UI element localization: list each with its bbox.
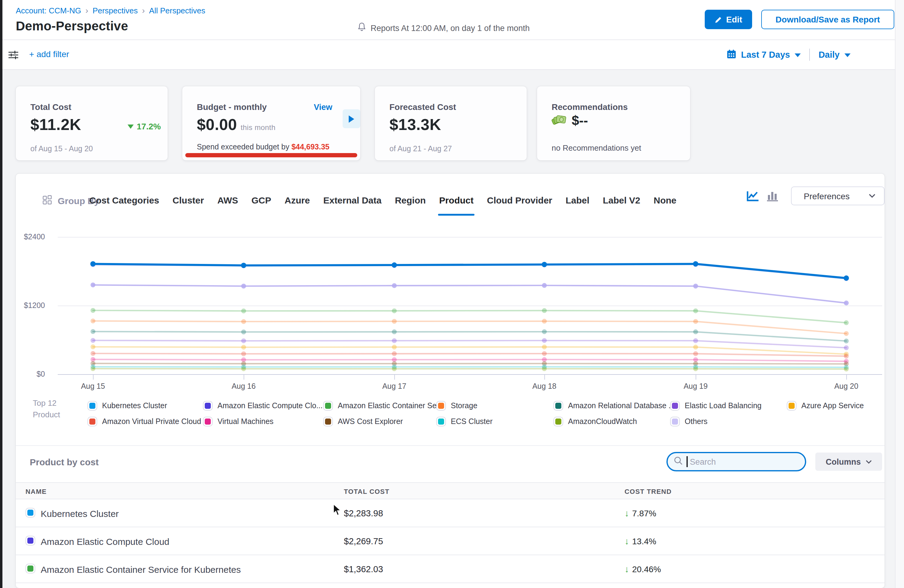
legend-item-ecs-cluster[interactable]: ECS Cluster	[436, 417, 493, 427]
reports-schedule: Reports At 12:00 AM, on day 1 of the mon…	[357, 22, 530, 34]
budget-view-link[interactable]: View	[314, 103, 332, 112]
legend-item-amazon-elastic-compute-clo[interactable]: Amazon Elastic Compute Clo...	[203, 401, 322, 411]
trend-down-arrow-icon: ↓	[624, 564, 629, 574]
x-tick-label: Aug 19	[674, 382, 717, 390]
preferences-dropdown[interactable]: Preferences	[791, 187, 885, 205]
legend-item-amazoncloudwatch[interactable]: AmazonCloudWatch	[553, 417, 637, 427]
table-row-amazon-elastic-container-service-for-kubernetes[interactable]: Amazon Elastic Container Service for Kub…	[16, 555, 885, 583]
trend-percent: 13.4%	[632, 536, 656, 546]
data-point-elastic-load-balancing	[693, 338, 698, 343]
data-point-storage	[392, 319, 397, 324]
breadcrumb-separator: ›	[85, 5, 88, 15]
y-tick-label: $0	[8, 370, 45, 378]
data-point-elastic-load-balancing	[90, 338, 95, 343]
recommendations-note: no Recommendations yet	[552, 143, 641, 152]
budget-progress-bar	[185, 153, 357, 157]
table-header-row: NAME TOTAL COST COST TREND	[16, 482, 885, 499]
legend-item-storage[interactable]: Storage	[436, 401, 477, 411]
data-point-elastic-load-balancing	[241, 338, 246, 343]
columns-dropdown[interactable]: Columns	[815, 452, 882, 471]
legend-item-elastic-load-balancing[interactable]: Elastic Load Balancing	[670, 401, 762, 411]
recommendations-value: $--	[572, 113, 588, 129]
row-color-swatch	[25, 508, 35, 517]
card-title: Forecasted Cost	[389, 102, 456, 112]
breadcrumb-all-perspectives[interactable]: All Perspectives	[149, 6, 205, 15]
breadcrumb-account[interactable]: Account: CCM-NG	[16, 6, 81, 15]
granularity-selector[interactable]: Daily	[819, 50, 839, 60]
legend-label: Amazon Relational Database ...	[568, 401, 675, 410]
text-caret	[686, 456, 687, 467]
column-header-total-cost[interactable]: TOTAL COST	[344, 488, 389, 495]
date-range-selector[interactable]: Last 7 Days	[741, 50, 790, 60]
search-input[interactable]	[690, 457, 793, 466]
legend-label: Kubernetes Cluster	[102, 401, 167, 410]
data-point-azure-app-service	[90, 345, 95, 349]
line-chart-toggle-icon[interactable]	[747, 191, 759, 204]
legend-label: Amazon Elastic Compute Clo...	[218, 401, 322, 410]
legend-item-kubernetes-cluster[interactable]: Kubernetes Cluster	[87, 401, 167, 411]
edit-button[interactable]: Edit	[705, 10, 752, 29]
tab-product[interactable]: Product	[439, 195, 474, 212]
table-row-kubernetes-cluster[interactable]: Kubernetes Cluster$2,283.98↓7.87%	[16, 499, 885, 527]
chevron-down-icon	[866, 460, 872, 464]
legend-label: ECS Cluster	[451, 417, 493, 426]
download-save-report-button[interactable]: Download/Save as Report	[761, 10, 894, 29]
bar-chart-toggle-icon[interactable]	[767, 191, 778, 204]
chevron-down-icon[interactable]	[844, 54, 850, 57]
total-cost-value: $11.2K	[30, 115, 81, 134]
data-point-amazon-relational-database-service	[241, 330, 246, 334]
total-cost-value: $2,283.98	[344, 509, 383, 518]
tab-region[interactable]: Region	[395, 195, 426, 212]
tab-cost-categories[interactable]: Cost Categories	[89, 195, 159, 212]
data-point-amazoncloudwatch	[542, 366, 547, 371]
legend-item-amazon-elastic-container-se[interactable]: Amazon Elastic Container Se...	[323, 401, 443, 411]
tab-external-data[interactable]: External Data	[323, 195, 381, 212]
data-point-storage	[542, 319, 547, 324]
data-point-amazon-virtual-private-cloud	[844, 354, 849, 359]
legend-item-aws-cost-explorer[interactable]: AWS Cost Explorer	[323, 417, 403, 427]
legend-swatch	[787, 401, 797, 411]
tab-label-v2[interactable]: Label V2	[603, 195, 640, 212]
budget-expand-button[interactable]	[343, 109, 360, 128]
breadcrumb-separator: ›	[142, 5, 145, 15]
legend-item-others[interactable]: Others	[670, 417, 708, 427]
legend-swatch	[203, 417, 213, 427]
search-box	[667, 452, 806, 471]
column-header-cost-trend[interactable]: COST TREND	[624, 488, 672, 495]
legend-item-amazon-virtual-private-cloud[interactable]: Amazon Virtual Private Cloud	[87, 417, 201, 427]
data-point-amazon-elastic-container-service-for-kubernetes	[693, 308, 698, 313]
filter-sliders-icon[interactable]	[8, 51, 18, 62]
tab-label[interactable]: Label	[566, 195, 589, 212]
data-point-storage	[844, 331, 849, 336]
legend-item-amazon-relational-database[interactable]: Amazon Relational Database ...	[553, 401, 675, 411]
data-point-amazon-relational-database-service	[542, 329, 547, 334]
chevron-down-icon[interactable]	[795, 54, 801, 57]
scrollbar-track[interactable]	[895, 0, 904, 588]
legend-swatch	[323, 417, 333, 427]
tab-gcp[interactable]: GCP	[251, 195, 271, 212]
add-filter-link[interactable]: + add filter	[29, 49, 69, 59]
tab-azure[interactable]: Azure	[284, 195, 310, 212]
page-title: Demo-Perspective	[16, 19, 128, 33]
forecast-card: Forecasted Cost $13.3K of Aug 21 - Aug 2…	[375, 86, 527, 160]
column-header-name[interactable]: NAME	[25, 488, 47, 495]
card-title: Budget - monthly	[197, 102, 267, 112]
triangle-down-icon	[128, 124, 134, 128]
group-by-tabs: Cost CategoriesClusterAWSGCPAzureExterna…	[89, 195, 676, 212]
legend-item-azure-app-service[interactable]: Azure App Service	[787, 401, 864, 411]
tab-none[interactable]: None	[654, 195, 676, 212]
trend-down-arrow-icon: ↓	[624, 536, 629, 546]
row-color-swatch	[25, 536, 35, 545]
tab-aws[interactable]: AWS	[217, 195, 238, 212]
table-row-amazon-elastic-compute-cloud[interactable]: Amazon Elastic Compute Cloud$2,269.75↓13…	[16, 527, 885, 555]
recommendations-card: Recommendations $-- no Recommendations y…	[537, 86, 690, 160]
data-point-amazoncloudwatch	[844, 367, 849, 371]
tab-cloud-provider[interactable]: Cloud Provider	[487, 195, 552, 212]
breadcrumb-perspectives[interactable]: Perspectives	[93, 6, 138, 15]
data-point-azure-app-service	[241, 345, 246, 349]
tab-cluster[interactable]: Cluster	[172, 195, 204, 212]
y-tick-label: $2400	[8, 232, 45, 241]
legend-item-virtual-machines[interactable]: Virtual Machines	[203, 417, 273, 427]
budget-exceeded-text: Spend exceeded budget by $44,693.35	[197, 143, 330, 151]
total-cost-value: $1,362.03	[344, 564, 383, 574]
